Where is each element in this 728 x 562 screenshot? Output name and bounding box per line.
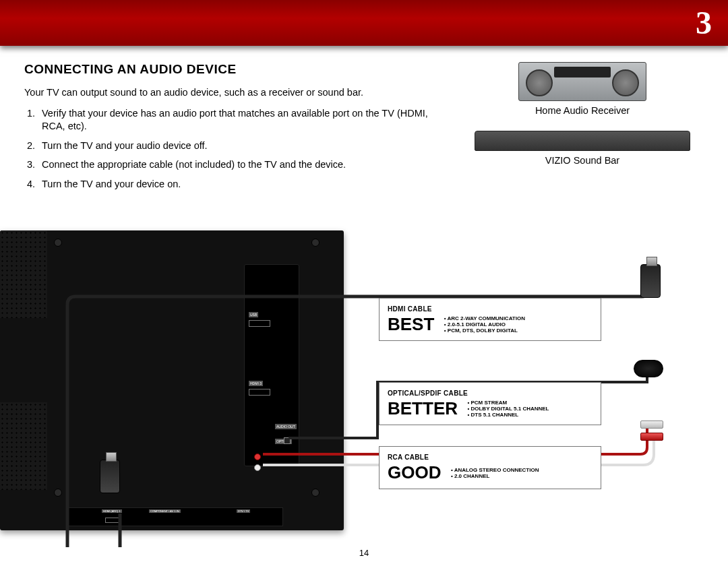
content-row: CONNECTING AN AUDIO DEVICE Your TV can o… bbox=[0, 46, 728, 197]
cable-info-best: HDMI CABLE BEST ARC 2-WAY COMMUNICATION … bbox=[379, 298, 601, 341]
rca-red-plug-icon bbox=[640, 433, 663, 441]
step-item: Verify that your device has an audio por… bbox=[38, 107, 445, 133]
cable-features: PCM STREAM DOLBY DIGITAL 5.1 CHANNEL DTS… bbox=[467, 400, 549, 418]
cable-name: OPTICAL/SPDIF CABLE bbox=[388, 389, 468, 397]
hdmi-connector-icon bbox=[100, 460, 120, 493]
dtv-label: DTV / TV bbox=[237, 509, 250, 513]
step-item: Connect the appropriate cable (not inclu… bbox=[38, 158, 445, 171]
speaker-grille bbox=[0, 402, 47, 490]
soundbar-label: VIZIO Sound Bar bbox=[461, 155, 704, 166]
connection-diagram: USB HDMI 3 AUDIO OUT OPTICAL HDMI (ARC) … bbox=[0, 230, 728, 547]
receiver-label: Home Audio Receiver bbox=[461, 105, 704, 116]
step-item: Turn the TV and your audio device off. bbox=[38, 139, 445, 152]
speaker-grille bbox=[0, 230, 47, 318]
cable-rating: BETTER bbox=[388, 398, 458, 419]
component-label: COMPONENT / AV 1 IN bbox=[149, 509, 181, 513]
section-title: CONNECTING AN AUDIO DEVICE bbox=[24, 62, 445, 77]
cable-info-better: OPTICAL/SPDIF CABLE BETTER PCM STREAM DO… bbox=[379, 382, 601, 425]
receiver-illustration bbox=[518, 62, 646, 101]
hdmi-arc-label: HDMI (ARC) 1 bbox=[102, 509, 122, 513]
optical-port bbox=[284, 437, 291, 444]
side-port-panel: USB HDMI 3 AUDIO OUT OPTICAL bbox=[244, 264, 299, 466]
usb-label: USB bbox=[249, 312, 258, 317]
steps-list: Verify that your device has an audio por… bbox=[24, 107, 445, 191]
chapter-banner: 3 bbox=[0, 0, 728, 46]
rca-left-jack bbox=[254, 454, 261, 460]
optical-plug-icon bbox=[634, 360, 663, 377]
rca-white-plug-icon bbox=[640, 420, 663, 429]
tv-back-panel: USB HDMI 3 AUDIO OUT OPTICAL HDMI (ARC) … bbox=[0, 230, 344, 530]
cable-name: RCA CABLE bbox=[388, 454, 429, 461]
bottom-port-panel: HDMI (ARC) 1 COMPONENT / AV 1 IN DTV / T… bbox=[67, 507, 283, 526]
step-item: Turn the TV and your device on. bbox=[38, 178, 445, 191]
right-column: Home Audio Receiver VIZIO Sound Bar bbox=[461, 62, 704, 197]
cable-rating: GOOD bbox=[388, 462, 441, 483]
chapter-number: 3 bbox=[696, 4, 712, 41]
section-intro: Your TV can output sound to an audio dev… bbox=[24, 86, 445, 99]
hdmi3-port bbox=[249, 389, 270, 396]
page-number: 14 bbox=[0, 548, 728, 558]
cable-name: HDMI CABLE bbox=[388, 305, 432, 313]
hdmi-plug-icon bbox=[640, 264, 661, 298]
left-column: CONNECTING AN AUDIO DEVICE Your TV can o… bbox=[24, 62, 445, 197]
cable-rating: BEST bbox=[388, 314, 434, 335]
usb-port bbox=[249, 320, 270, 327]
soundbar-illustration bbox=[475, 131, 690, 151]
rca-right-jack bbox=[254, 464, 261, 471]
cable-features: ARC 2-WAY COMMUNICATION 2.0-5.1 DIGITAL … bbox=[444, 315, 525, 334]
hdmi3-label: HDMI 3 bbox=[249, 381, 263, 386]
hdmi-arc-port bbox=[105, 518, 121, 523]
cable-features: ANALOG STEREO CONNECTION 2.0 CHANNEL bbox=[451, 467, 539, 479]
cable-info-good: RCA CABLE GOOD ANALOG STEREO CONNECTION … bbox=[379, 446, 601, 489]
audio-out-label: AUDIO OUT bbox=[275, 424, 297, 429]
